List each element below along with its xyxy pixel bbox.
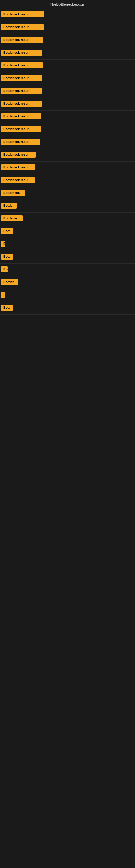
bottleneck-result-badge[interactable]: Bottleneck resu bbox=[1, 152, 36, 158]
result-row: Bottlen bbox=[0, 276, 135, 289]
result-row: Bott bbox=[0, 302, 135, 315]
bottleneck-result-badge[interactable]: Bott bbox=[1, 305, 13, 311]
result-row: Bottleneck resu bbox=[0, 175, 135, 187]
result-row: Bottleneck result bbox=[0, 22, 135, 34]
site-title: TheBottlenecker.com bbox=[0, 0, 135, 9]
bottleneck-result-badge[interactable]: Bottlen bbox=[1, 279, 18, 285]
site-title-text: TheBottlenecker.com bbox=[50, 2, 85, 6]
bottleneck-result-badge[interactable]: | bbox=[1, 292, 5, 298]
result-row: Bottleneck resu bbox=[0, 162, 135, 175]
bottleneck-result-badge[interactable]: Bottleneck result bbox=[1, 88, 42, 94]
bottleneck-result-badge[interactable]: Bottleneck result bbox=[1, 50, 42, 56]
result-row: Bottlenec bbox=[0, 213, 135, 225]
result-row: Bottleneck result bbox=[0, 111, 135, 123]
bottleneck-result-badge[interactable]: Bottleneck resu bbox=[1, 164, 35, 170]
bottleneck-result-badge[interactable]: Bottleneck result bbox=[1, 126, 41, 132]
result-row: Bottleneck bbox=[0, 187, 135, 200]
result-row: Bottleneck result bbox=[0, 136, 135, 149]
bottleneck-result-badge[interactable]: Bottleneck resu bbox=[1, 177, 35, 183]
result-row: Bottleneck resu bbox=[0, 149, 135, 162]
result-row: Bott bbox=[0, 225, 135, 238]
result-row: Bottle bbox=[0, 200, 135, 213]
result-row: Bottleneck result bbox=[0, 123, 135, 136]
bottleneck-result-badge[interactable]: Bottleneck result bbox=[1, 75, 42, 81]
result-row: Bott bbox=[0, 251, 135, 264]
bottleneck-result-badge[interactable]: B bbox=[1, 241, 5, 247]
bottleneck-result-badge[interactable]: Bottleneck bbox=[1, 190, 26, 196]
result-row: Bottleneck result bbox=[0, 60, 135, 72]
bottleneck-result-badge[interactable]: Bottleneck result bbox=[1, 101, 42, 106]
bottleneck-result-badge[interactable]: Bottleneck result bbox=[1, 62, 43, 68]
result-row: Bottleneck result bbox=[0, 85, 135, 98]
result-row: Bottleneck result bbox=[0, 72, 135, 85]
bottleneck-result-badge[interactable]: Bottlenec bbox=[1, 215, 23, 221]
bottleneck-result-badge[interactable]: Bott bbox=[1, 254, 13, 259]
bottleneck-result-badge[interactable]: Bottleneck result bbox=[1, 24, 44, 30]
result-row: | bbox=[0, 289, 135, 302]
bottleneck-result-badge[interactable]: Bott bbox=[1, 228, 13, 234]
bottleneck-result-badge[interactable]: Bottleneck result bbox=[1, 37, 43, 43]
result-row: Bo bbox=[0, 264, 135, 276]
result-row: Bottleneck result bbox=[0, 47, 135, 60]
result-row: Bottleneck result bbox=[0, 34, 135, 47]
result-row: Bottleneck result bbox=[0, 9, 135, 22]
result-row: B bbox=[0, 238, 135, 251]
bottleneck-result-badge[interactable]: Bottleneck result bbox=[1, 11, 44, 18]
bottleneck-result-badge[interactable]: Bottleneck result bbox=[1, 113, 41, 119]
result-row: Bottleneck result bbox=[0, 98, 135, 111]
bottleneck-result-badge[interactable]: Bo bbox=[1, 267, 8, 272]
bottleneck-result-badge[interactable]: Bottle bbox=[1, 203, 17, 209]
bottleneck-result-badge[interactable]: Bottleneck result bbox=[1, 139, 40, 145]
